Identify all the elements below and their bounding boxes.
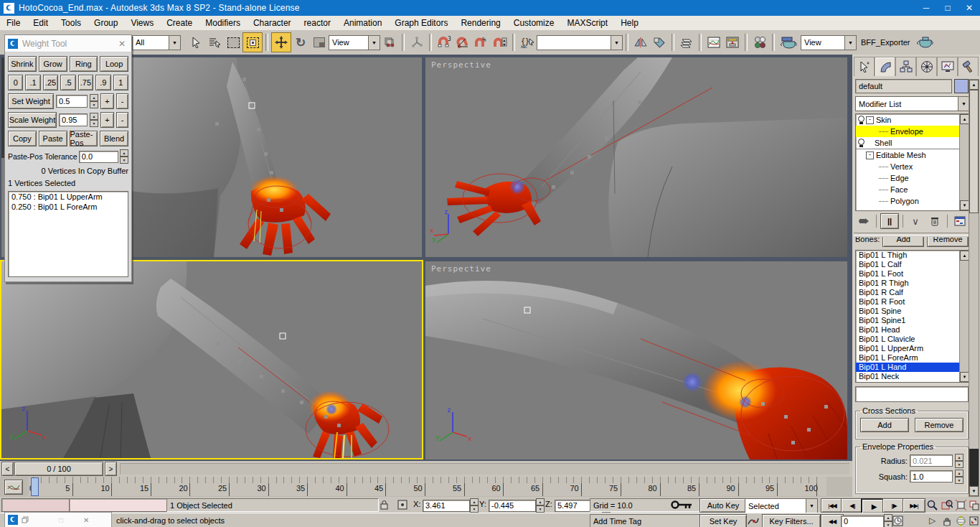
weight-tool-button[interactable]: Loop [100,56,128,72]
set-weight-button[interactable]: Set Weight [8,93,54,109]
current-frame-field[interactable]: 0 [841,516,884,527]
vertex-weights-list[interactable]: 0.750 : Bip01 L UpperArm0.250 : Bip01 L … [8,191,128,277]
frame-forward-arrow[interactable]: > [105,462,117,476]
menu-item[interactable]: MAXScript [560,17,614,29]
menu-item[interactable]: Graph Editors [388,17,454,29]
set-key-mode-key-icon[interactable] [667,498,696,511]
modifier-stack-row[interactable]: - Skin [856,114,969,126]
tolerance-spinner[interactable]: ▲▼ [120,149,128,164]
viewport-canvas-top-right[interactable]: z y x [425,57,847,257]
bone-list-item[interactable]: Bip01 L Thigh [856,251,969,260]
weight-preset-button[interactable]: .5 [60,75,75,90]
scroll-up-icon[interactable]: ▲ [969,80,979,90]
menu-item[interactable]: Customize [507,17,561,29]
show-end-result-button[interactable]: || [880,213,899,229]
menu-item[interactable]: Views [124,17,160,29]
named-selection-dropdown[interactable]: ▼ [537,35,623,50]
viewport-label[interactable]: Perspective [431,60,491,70]
minimize-button[interactable]: ─ [915,0,937,16]
select-and-scale-button[interactable] [310,33,329,52]
go-to-end-button[interactable]: ▶▶| [903,498,925,513]
viewport-canvas-bottom-right[interactable]: z y x [425,261,847,460]
menu-item[interactable]: File [0,17,27,29]
expand-toggle-icon[interactable]: - [866,151,874,159]
set-weight-field[interactable]: 0.5 [56,95,88,108]
tab-display[interactable] [937,57,958,76]
tab-utilities[interactable] [958,57,979,76]
add-time-tag[interactable]: Add Time Tag [590,514,702,527]
tolerance-field[interactable]: 0.0 [79,151,118,163]
selected-key-filter-dropdown[interactable]: Selected ▼ [745,498,818,513]
weight-preset-button[interactable]: .75 [78,75,93,90]
layer-manager-button[interactable] [677,33,696,52]
bones-scrollbar[interactable]: ▲ ▼ [959,251,969,382]
reference-coordinate-dropdown[interactable]: View ▼ [329,35,380,50]
time-slider-handle[interactable]: 0 / 100 [14,462,103,476]
menu-item[interactable]: Tools [55,17,88,29]
weight-preset-button[interactable]: .9 [95,75,110,90]
auto-key-button[interactable]: Auto Key [699,498,747,513]
selection-filter-dropdown[interactable]: All ▼ [132,35,181,50]
bone-list-item[interactable]: Bip01 R Foot [856,297,969,307]
weight-preset-button[interactable]: 1 [113,75,128,90]
align-button[interactable] [650,33,669,52]
x-spinner[interactable]: ▲▼ [470,498,479,513]
remove-bone-button[interactable]: Remove [927,237,969,247]
pin-stack-button[interactable] [855,214,872,228]
weight-preset-button[interactable]: 0 [8,75,23,90]
scrollbar-thumb[interactable] [969,90,979,213]
modifier-stack-row[interactable]: Envelope [856,126,969,137]
restore-window-icon[interactable] [22,516,29,523]
quick-render-button[interactable] [914,33,937,52]
absolute-relative-toggle-icon[interactable] [394,498,410,511]
weight-tool-title-bar[interactable]: Weight Tool ✕ [5,35,131,52]
bone-list-item[interactable]: Bip01 Neck [856,372,969,381]
scale-minus-button[interactable]: - [116,112,128,128]
make-unique-button[interactable]: ∨ [907,214,924,228]
y-coordinate-field[interactable]: -0.445 [489,500,536,512]
bone-list-item[interactable]: Bip01 R Calf [856,288,969,297]
set-weight-spinner[interactable]: ▲▼ [90,94,98,108]
weight-preset-button[interactable]: .25 [43,75,58,90]
schematic-view-button[interactable] [723,33,742,52]
menu-item[interactable]: Edit [27,17,55,29]
copy-paste-button[interactable]: Paste [39,131,67,146]
dialog-close-icon[interactable]: ✕ [113,39,131,49]
time-slider-track[interactable] [120,463,849,475]
weight-list-item[interactable]: 0.250 : Bip01 L ForeArm [9,202,128,212]
modifier-stack-row[interactable]: Edge [856,172,969,184]
bone-list-item[interactable]: Bip01 R Thigh [856,279,969,288]
weight-preset-button[interactable]: .1 [25,75,40,90]
viewport-label[interactable]: Perspective [431,264,491,274]
x-coordinate-field[interactable]: 3.461 [423,500,470,512]
macro-recorder-pane[interactable] [1,498,75,512]
use-center-button[interactable] [380,33,399,52]
curve-editor-button[interactable] [705,33,723,52]
bone-list-item[interactable]: Bip01 Spine [856,307,969,316]
scale-weight-field[interactable]: 0.95 [59,113,88,126]
named-selection-sets-button[interactable]: {}ABC [518,33,537,52]
selection-lock-icon[interactable] [376,498,392,511]
modifier-list-dropdown[interactable]: Modifier List ▼ [855,96,970,111]
menu-item[interactable]: Character [247,17,298,29]
select-and-move-button[interactable] [271,32,291,52]
menu-item[interactable]: Animation [337,17,388,29]
bone-list-item[interactable]: Bip01 Spine1 [856,316,969,325]
configure-modifier-sets-icon[interactable] [951,214,969,228]
blank-field[interactable] [855,386,969,402]
set-keys-curve-icon[interactable] [745,514,761,527]
bone-list-item[interactable]: Bip01 L Foot [856,269,969,279]
current-frame-marker[interactable] [31,477,39,496]
scroll-down-icon[interactable]: ▼ [969,486,979,496]
squash-spinner[interactable]: ▲▼ [955,470,963,484]
modifier-stack-row[interactable]: Vertex [856,161,969,172]
viewport-top-right[interactable]: z y x Perspective [425,57,847,257]
object-name-field[interactable]: default [855,79,952,93]
squash-field[interactable]: 1.0 [910,470,953,482]
scale-plus-button[interactable]: + [100,112,114,128]
modifier-stack-row[interactable]: Shell [856,137,969,149]
percent-snap-toggle-button[interactable]: % [472,33,491,52]
radius-spinner[interactable]: ▲▼ [955,454,963,468]
copy-paste-button[interactable]: Paste-Pos [70,131,98,146]
weight-tool-button[interactable]: Shrink [8,56,37,72]
